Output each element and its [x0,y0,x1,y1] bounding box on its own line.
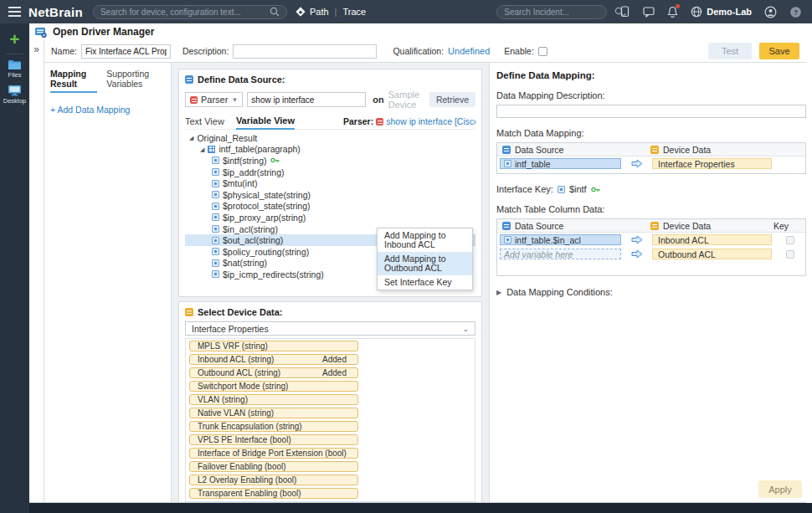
parser-icon [190,96,198,104]
device-data-item[interactable]: MPLS VRF (string) [189,341,358,351]
tree-node-original-result[interactable]: ◢ Original_Result [185,132,475,144]
apply-button[interactable]: Apply [758,480,802,498]
retrieve-button[interactable]: Retrieve [429,92,475,107]
device-data-item[interactable]: Trunk Encapsulation (string) [189,421,358,432]
variable-icon [212,248,219,255]
device-data-category-select[interactable]: Interface Properties ⌄ [185,321,475,336]
tab-text-view[interactable]: Text View [185,116,224,129]
mapping-source-cell[interactable]: intf_table [500,158,621,169]
device-data-item[interactable]: VLAN (string) [189,394,358,405]
global-search-input[interactable] [100,8,270,17]
tab-variable-view[interactable]: Variable View [236,115,295,130]
tree-node-label: Original_Result [197,133,257,143]
mapping-description-input[interactable] [496,105,806,118]
device-data-item-label: MPLS VRF (string) [198,341,268,351]
device-data-item[interactable]: Inbound ACL (string) Added [189,354,358,365]
conditions-label: Data Mapping Conditions: [506,287,613,297]
select-device-data-card: Select Device Data: Interface Properties… [178,301,482,502]
tree-node-intf-table[interactable]: ◢ intf_table(paragraph) [185,144,475,156]
variable-icon [212,225,219,233]
mapping-source-cell[interactable]: intf_table.$in_acl [500,234,621,245]
parser-reference: Parser: show ip interface [Cisco I... [343,116,475,129]
hamburger-menu-icon[interactable] [0,7,28,17]
variable-label: $out_acl(string) [223,235,283,245]
define-data-source-header: Define Data Source: [185,74,475,85]
global-search [93,5,287,19]
add-data-mapping-link[interactable]: + Add Data Mapping [50,105,165,115]
trace-button[interactable]: Trace [342,7,366,17]
variable-label: $ip_icmp_redirects(string) [223,269,324,280]
tree-variable-row[interactable]: $ip_proxy_arp(string) [185,212,475,223]
test-button[interactable]: Test [708,43,752,59]
qualification-value-link[interactable]: Undefined [448,46,490,56]
key-checkbox[interactable] [786,250,794,259]
expand-triangle-icon: ▶ [496,289,501,296]
device-data-item[interactable]: NAT Enabling (bool) [189,501,358,502]
rail-item-files[interactable]: Files [8,59,22,79]
mapping-arrow-icon [631,159,643,168]
rail-item-desktop[interactable]: Desktop [3,85,27,105]
name-label: Name: [51,46,77,56]
device-data-item[interactable]: Switchport Mode (string) [189,381,358,392]
collapse-panel-icon[interactable]: » [33,44,39,55]
tree-variable-row[interactable]: $protocol_state(string) [185,201,475,213]
data-mapping-conditions-toggle[interactable]: ▶ Data Mapping Conditions: [496,287,799,297]
left-panel-tabs: Mapping Result Supporting Variables [50,69,165,93]
col-device-data: Device Data [663,221,711,231]
variable-icon [212,156,219,164]
mapping-target-cell[interactable]: Inbound ACL [652,234,772,245]
variable-icon [558,186,565,193]
variable-label: $mtu(int) [223,178,257,188]
path-button[interactable]: Path [310,7,329,17]
notifications-bell-icon[interactable] [667,6,678,18]
description-input[interactable] [233,44,377,59]
collapse-triangle-icon[interactable]: ◢ [189,135,193,141]
chat-icon[interactable] [643,7,655,18]
parser-ref-link[interactable]: show ip interface [Cisco I... [386,116,475,126]
device-data-icon [185,308,193,316]
device-data-item-label: Transparent Enabling (bool) [198,489,301,498]
incident-search [496,5,607,19]
tab-mapping-result[interactable]: Mapping Result [50,69,97,93]
command-input[interactable] [247,92,366,107]
mapping-target-cell[interactable]: Interface Properties [652,158,772,169]
tree-variable-row[interactable]: $ip_addr(string) [185,167,475,178]
device-data-item[interactable]: VPLS PE Interface (bool) [189,434,358,445]
enable-checkbox[interactable] [538,47,547,56]
col-key: Key [773,221,805,231]
name-input[interactable] [81,44,171,59]
description-label: Description: [182,46,229,56]
collapse-triangle-icon[interactable]: ◢ [200,146,204,152]
help-icon[interactable]: ? [789,6,802,18]
variable-label: $nat(string) [223,258,267,268]
context-menu-item[interactable]: Add Mapping to Outbound ACL [378,252,472,275]
context-menu-item[interactable]: Set Interface Key [378,275,472,290]
context-menu-item[interactable]: Add Mapping to Inbound ACL [378,228,472,252]
mapping-source-cell[interactable]: Add variable here [500,249,621,259]
variable-label: $policy_routing(string) [223,247,309,257]
path-trace-group: Path | Trace [297,7,366,17]
device-data-item[interactable]: Interface of Bridge Port Extension (bool… [189,448,358,459]
tree-variable-row[interactable]: $physical_state(string) [185,189,475,201]
search-icon[interactable] [270,7,280,17]
tenant-selector[interactable]: Demo-Lab [691,6,752,18]
mapping-target-cell[interactable]: Outbound ACL [652,249,772,259]
user-avatar-icon[interactable] [764,6,777,18]
device-data-item-label: Outbound ACL (string) [198,368,280,377]
device-data-item[interactable]: Transparent Enabling (bool) [189,488,358,499]
incident-search-input[interactable] [504,8,614,17]
key-icon [591,186,600,193]
device-data-item[interactable]: L2 Overlay Enabling (bool) [189,475,358,485]
device-data-item[interactable]: Failover Enabling (bool) [189,461,358,472]
key-checkbox[interactable] [786,236,794,244]
device-panel-icon[interactable] [619,6,630,18]
tree-variable-row[interactable]: $intf(string) [185,155,475,167]
device-data-item[interactable]: Native VLAN (string) [189,408,358,418]
parser-type-select[interactable]: Parser ▼ [185,92,243,107]
add-new-button[interactable]: + [9,30,19,48]
tree-variable-row[interactable]: $mtu(int) [185,177,475,189]
define-data-mapping-header: Define Data Mapping: [496,70,799,80]
tab-supporting-variables[interactable]: Supporting Variables [106,69,165,93]
save-button[interactable]: Save [759,43,799,59]
device-data-item[interactable]: Outbound ACL (string) Added [189,367,358,378]
